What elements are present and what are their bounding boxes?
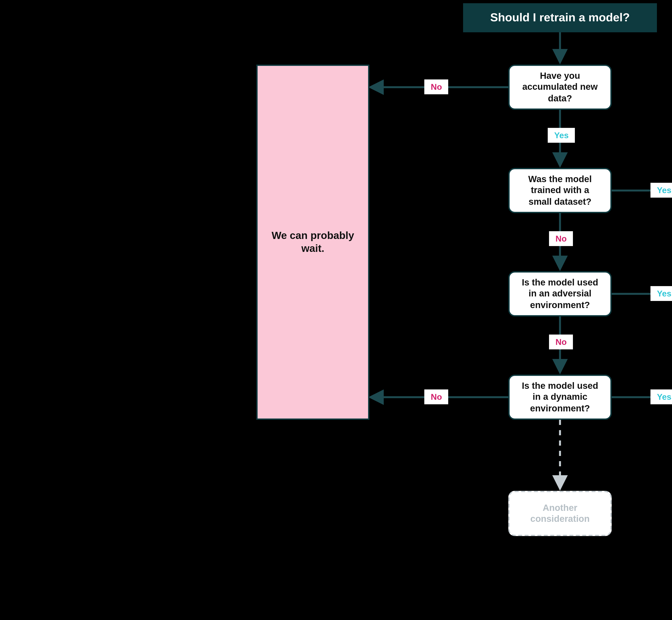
ghost-consideration: Another consideration [508, 491, 612, 536]
outcome-wait: We can probably wait. [256, 65, 369, 420]
edge-label-d1-no: No [424, 80, 448, 94]
edge-label-d3-yes: Yes [651, 286, 672, 301]
edge-label-d4-yes: Yes [651, 390, 672, 404]
decision-new-data: Have you accumulated new data? [508, 65, 612, 110]
decision-dynamic-env: Is the model used in a dynamic environme… [508, 374, 612, 420]
flowchart-stage: Should I retrain a model? We can probabl… [224, 0, 672, 620]
edge-label-d2-yes: Yes [651, 183, 672, 198]
edge-label-d4-no: No [424, 390, 448, 404]
edge-label-d1-yes: Yes [548, 128, 575, 143]
edge-label-d3-no: No [549, 334, 573, 349]
title-box: Should I retrain a model? [463, 3, 657, 32]
edge-label-d2-no: No [549, 231, 573, 246]
decision-small-dataset: Was the model trained with a small datas… [508, 168, 612, 213]
decision-adversarial-env: Is the model used in an adversial enviro… [508, 271, 612, 316]
